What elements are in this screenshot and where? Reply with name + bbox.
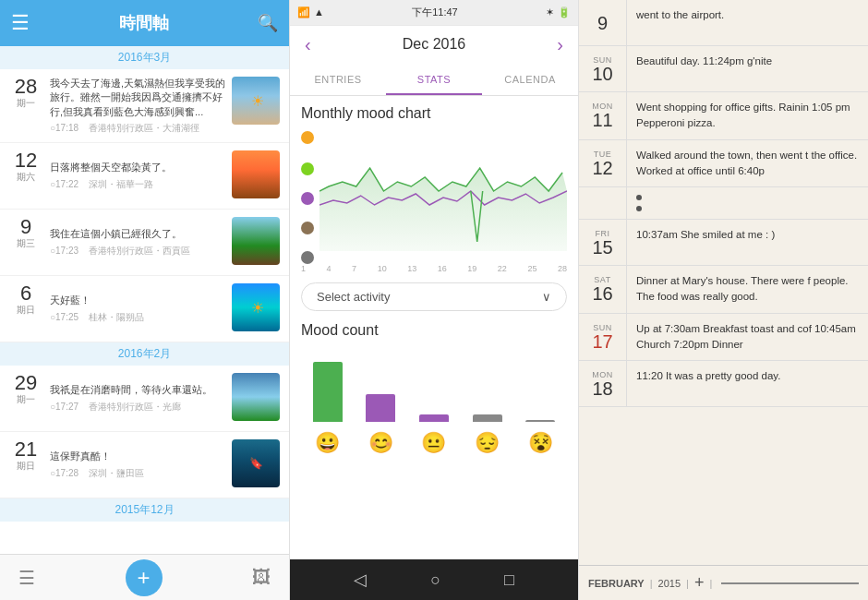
footer-divider-3: | bbox=[709, 578, 712, 589]
stats-content: Monthly mood chart bbox=[290, 96, 578, 559]
mood-chart-area bbox=[301, 131, 567, 264]
prev-month-button[interactable]: ‹ bbox=[305, 34, 311, 55]
mood-bar-5 bbox=[525, 420, 555, 422]
left-header: ☰ 時間軸 🔍 bbox=[0, 0, 289, 46]
line-chart bbox=[319, 131, 567, 251]
journal-day: 12 bbox=[592, 159, 612, 177]
table-row[interactable]: MON 11 Went shopping for office gifts. R… bbox=[579, 92, 868, 140]
entry-day: 9 bbox=[20, 217, 31, 237]
left-footer: ☰ + 🖼 bbox=[0, 554, 289, 600]
signal-icon: 📶 bbox=[297, 6, 310, 18]
tab-entries[interactable]: ENTRIES bbox=[290, 63, 386, 95]
search-icon[interactable]: 🔍 bbox=[258, 13, 278, 33]
list-item[interactable]: 28 期一 我今天去了海邊,天氣濕熱但我享受我的旅行。雖然一開始我因爲交通擁擠不… bbox=[0, 69, 289, 143]
journal-text: went to the airport. bbox=[627, 0, 868, 45]
add-icon: + bbox=[137, 565, 150, 591]
entry-thumbnail: ☀ bbox=[232, 77, 280, 125]
dot-item bbox=[636, 195, 642, 200]
mood-bar-2 bbox=[366, 394, 395, 422]
table-row[interactable]: SUN 10 Beautiful day. 11:24pm g'nite bbox=[579, 46, 868, 92]
journal-text: Up at 7:30am Breakfast toast and cof 10:… bbox=[627, 314, 868, 361]
entry-date: 21 期日 bbox=[9, 439, 42, 490]
journal-date-cell: 9 bbox=[579, 0, 627, 45]
journal-day: 10 bbox=[592, 65, 612, 83]
tab-stats[interactable]: STATS bbox=[386, 63, 482, 95]
list-item[interactable]: 9 期三 我住在這個小鎮已經很久了。 ○17:23 香港特別行政區・西貢區 bbox=[0, 210, 289, 276]
entry-time: ○17:25 bbox=[50, 312, 82, 322]
journal-weekday: MON bbox=[592, 370, 613, 379]
entry-weekday: 期三 bbox=[17, 237, 35, 250]
entry-date: 9 期三 bbox=[9, 217, 42, 268]
footer-line bbox=[721, 582, 859, 584]
entry-text-block: 這保野真酷！ ○17:28 深圳・鹽田區 bbox=[50, 439, 226, 490]
table-row[interactable]: MON 18 11:20 It was a pretty good day. bbox=[579, 361, 868, 407]
list-item[interactable]: 6 期日 天好藍！ ○17:25 桂林・陽朔品 ☀ bbox=[0, 276, 289, 342]
status-bar-right: ✶ 🔋 bbox=[546, 6, 571, 18]
journal-day: 18 bbox=[592, 379, 612, 398]
entry-thumbnail bbox=[232, 217, 280, 265]
weather-icon: ☀ bbox=[251, 92, 264, 110]
entry-date: 28 期一 bbox=[9, 77, 42, 135]
entry-meta: ○17:23 香港特別行政區・西貢區 bbox=[50, 245, 226, 258]
journal-day: 16 bbox=[592, 284, 612, 303]
table-row[interactable]: 9 went to the airport. bbox=[579, 0, 868, 46]
add-entry-button[interactable]: + bbox=[126, 559, 163, 596]
entry-text: 我住在這個小鎮已經很久了。 bbox=[50, 227, 226, 241]
journal-date-cell: MON 18 bbox=[579, 361, 627, 406]
android-back-button[interactable]: ◁ bbox=[354, 570, 367, 590]
mood-dot-2 bbox=[301, 162, 314, 175]
mood-bar-3 bbox=[419, 414, 449, 422]
journal-date-cell: FRI 15 bbox=[579, 220, 627, 265]
list-item[interactable]: 21 期日 這保野真酷！ ○17:28 深圳・鹽田區 🔖 bbox=[0, 432, 289, 498]
journal-date-cell: SAT 16 bbox=[579, 266, 627, 313]
journal-date-cell: SUN 10 bbox=[579, 46, 627, 91]
battery-icon: 🔋 bbox=[558, 6, 571, 18]
table-row[interactable]: FRI 15 10:37am She smiled at me : ) bbox=[579, 220, 868, 266]
photo-icon[interactable]: 🖼 bbox=[252, 567, 271, 588]
mood-bar-col-5 bbox=[525, 420, 555, 422]
month-title: Dec 2016 bbox=[403, 36, 466, 53]
next-month-button[interactable]: › bbox=[557, 34, 563, 55]
list-item[interactable]: 12 期六 日落將整個天空都染黃了。 ○17:22 深圳・福華一路 bbox=[0, 143, 289, 210]
select-activity-dropdown[interactable]: Select activity ∨ bbox=[301, 282, 567, 311]
chevron-down-icon: ∨ bbox=[542, 290, 551, 304]
hamburger-icon[interactable]: ☰ bbox=[18, 567, 35, 589]
bluetooth-icon: ✶ bbox=[546, 6, 554, 18]
mood-bar-col-3 bbox=[419, 414, 449, 422]
journal-date-cell: TUE 12 bbox=[579, 140, 627, 187]
journal-day: 15 bbox=[592, 238, 612, 257]
android-home-button[interactable]: ○ bbox=[430, 570, 440, 590]
footer-divider-1: | bbox=[650, 578, 653, 589]
entry-text: 我今天去了海邊,天氣濕熱但我享受我的旅行。雖然一開始我因爲交通擁擠不好行,但我真… bbox=[50, 77, 226, 119]
list-item[interactable]: 29 期一 我祇是在消磨時間，等待火車還站。 ○17:27 香港特別行政區・光廊 bbox=[0, 366, 289, 432]
journal-content: 9 went to the airport. SUN 10 Beautiful … bbox=[579, 0, 868, 565]
mood-dot-4 bbox=[301, 222, 314, 234]
section-header-feb: 2016年2月 bbox=[0, 342, 289, 366]
journal-text: 11:20 It was a pretty good day. bbox=[627, 361, 868, 406]
journal-dots-row bbox=[579, 187, 868, 220]
android-recents-button[interactable]: □ bbox=[504, 570, 514, 590]
table-row[interactable]: TUE 12 Walked around the town, then went… bbox=[579, 140, 868, 188]
entry-weekday: 期六 bbox=[17, 171, 35, 184]
entry-meta: ○17:18 香港特別行政區・大浦湖徑 bbox=[50, 122, 226, 135]
entry-text-block: 日落將整個天空都染黃了。 ○17:22 深圳・福華一路 bbox=[50, 150, 226, 201]
table-row[interactable]: SUN 17 Up at 7:30am Breakfast toast and … bbox=[579, 314, 868, 362]
page-title: 時間軸 bbox=[119, 12, 169, 34]
table-row[interactable]: SAT 16 Dinner at Mary's house. There wer… bbox=[579, 266, 868, 314]
menu-icon[interactable]: ☰ bbox=[11, 11, 30, 35]
x-axis-labels: 1 4 7 10 13 16 19 22 25 28 bbox=[301, 264, 567, 273]
entry-thumbnail: ☀ bbox=[232, 283, 280, 331]
mood-dot-5 bbox=[301, 251, 314, 264]
mood-bar-col-4 bbox=[473, 414, 502, 422]
add-button[interactable]: + bbox=[694, 573, 705, 593]
status-bar-left: 📶 ▲ bbox=[297, 6, 324, 18]
mood-dots-col bbox=[301, 131, 314, 264]
entry-weekday: 期一 bbox=[17, 393, 35, 406]
middle-status-bar: 📶 ▲ 下午11:47 ✶ 🔋 bbox=[290, 0, 578, 26]
mood-bar-col-1 bbox=[313, 362, 343, 422]
wifi-icon: ▲ bbox=[314, 6, 324, 18]
entry-time: ○17:28 bbox=[50, 468, 82, 478]
journal-text: 10:37am She smiled at me : ) bbox=[627, 220, 868, 265]
tab-calendar[interactable]: CALENDA bbox=[482, 63, 578, 95]
chart-title: Monthly mood chart bbox=[301, 105, 567, 122]
